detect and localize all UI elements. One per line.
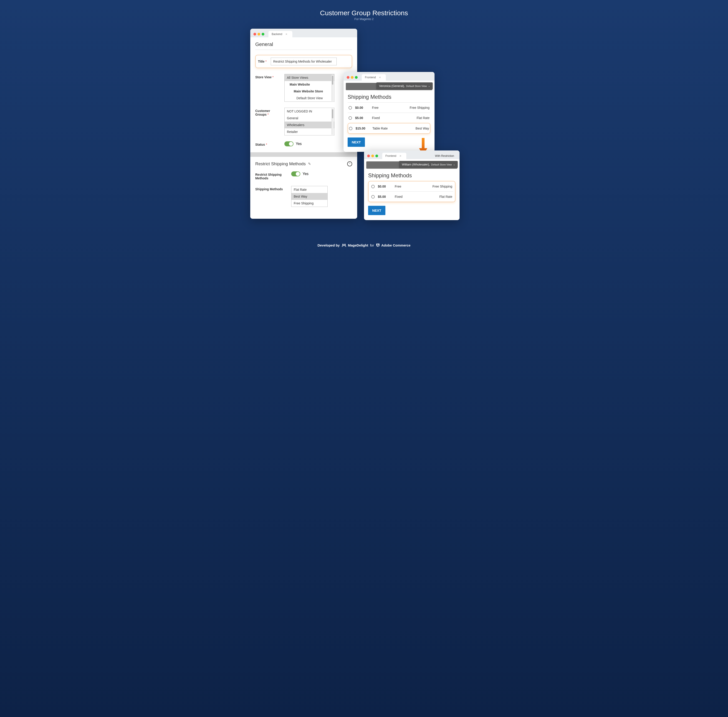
list-item[interactable]: Retailer	[285, 128, 334, 135]
shipping-methods-listbox[interactable]: Flat Rate Best Way Free Shipping	[291, 186, 327, 207]
context-bar: Veronica (General), Default Store View ⌄	[346, 83, 432, 90]
list-item[interactable]: Flat Rate	[291, 186, 327, 193]
carrier: Flat Rate	[439, 195, 452, 198]
price: $15.00	[356, 127, 369, 130]
section-divider	[250, 152, 357, 157]
store-view-listbox[interactable]: All Store Views Main Website Main Websit…	[284, 74, 334, 102]
shipping-method-row[interactable]: $0.00 Free Free Shipping	[370, 182, 453, 191]
store-name: Default Store View	[431, 163, 452, 166]
scrollbar[interactable]	[332, 108, 334, 135]
radio-icon[interactable]	[349, 127, 352, 130]
restriction-label: With Restriction	[435, 154, 456, 157]
carrier: Free Shipping	[433, 185, 452, 188]
list-item[interactable]: Default Store View	[285, 95, 334, 102]
list-item[interactable]: Best Way	[291, 193, 327, 200]
list-item[interactable]: Main Website Store	[285, 88, 334, 95]
list-item[interactable]: General	[285, 115, 334, 122]
tab-label: Frontend	[365, 76, 376, 79]
scrollbar[interactable]	[332, 75, 334, 101]
shipping-method-row[interactable]: $5.00 Fixed Flat Rate	[370, 191, 453, 202]
title-label: Title	[258, 59, 265, 63]
required-icon: *	[272, 75, 273, 79]
tab-close-icon[interactable]: ×	[379, 76, 381, 79]
restrict-toggle-label: Restrict Shipping Methods	[255, 173, 282, 180]
magedelight-logo: MageDelight	[341, 243, 368, 248]
shipping-methods-label: Shipping Methods	[255, 187, 283, 191]
developed-by: Developed by	[318, 243, 340, 247]
price: $5.00	[355, 116, 369, 120]
maximize-icon[interactable]	[355, 76, 358, 79]
price: $0.00	[378, 185, 391, 188]
tab-close-icon[interactable]: ×	[399, 154, 401, 158]
carrier: Flat Rate	[417, 116, 429, 120]
minimize-icon[interactable]	[351, 76, 353, 79]
user-context-pill[interactable]: Veronica (General), Default Store View ⌄	[376, 82, 433, 90]
tab-label: Frontend	[385, 154, 396, 157]
status-value: Yes	[296, 142, 302, 146]
user-context-pill[interactable]: William (Wholesaler), Default Store View…	[399, 161, 458, 168]
shipping-method-row[interactable]: $5.00 Fixed Flat Rate	[347, 113, 430, 123]
shipping-methods-heading: Shipping Methods	[368, 172, 455, 178]
edit-icon[interactable]: ✎	[308, 162, 311, 166]
list-item[interactable]: Free Shipping	[291, 200, 327, 207]
page-subtitle: For Magento 2	[5, 17, 723, 21]
store-view-label: Store View	[255, 75, 271, 79]
page-title: Customer Group Restrictions	[5, 9, 723, 17]
for-text: for	[370, 243, 374, 247]
list-item[interactable]: Main Website	[285, 81, 334, 88]
footer: Developed by MageDelight for Adobe Comme…	[5, 243, 723, 248]
price: $0.00	[355, 106, 369, 110]
customer-groups-listbox[interactable]: NOT LOGGED IN General Wholesalers Retail…	[284, 108, 334, 136]
radio-icon[interactable]	[371, 185, 375, 188]
carrier: Best Way	[416, 127, 429, 130]
shipping-method-row[interactable]: $0.00 Free Free Shipping	[347, 102, 430, 113]
user-name: Veronica (General),	[379, 84, 405, 88]
browser-tab[interactable]: Frontend ×	[382, 153, 406, 159]
minimize-icon[interactable]	[257, 33, 260, 35]
highlighted-method: $15.00 Table Rate Best Way	[347, 123, 430, 134]
chevron-down-icon: ⌄	[453, 163, 455, 166]
type: Fixed	[395, 195, 415, 198]
price: $5.00	[378, 195, 391, 198]
browser-tab[interactable]: Frontend ×	[362, 74, 386, 81]
browser-tab[interactable]: Backend ×	[268, 31, 292, 37]
chevron-down-icon: ⌄	[428, 85, 430, 87]
status-label: Status	[255, 143, 265, 146]
required-icon: *	[266, 143, 267, 146]
maximize-icon[interactable]	[375, 154, 378, 157]
type: Free	[395, 185, 415, 188]
type: Free	[372, 106, 393, 110]
list-item[interactable]: Wholesalers	[285, 122, 334, 128]
collapse-icon[interactable]: ⌃	[347, 162, 352, 166]
context-bar: William (Wholesaler), Default Store View…	[366, 162, 457, 169]
minimize-icon[interactable]	[371, 154, 374, 157]
radio-icon[interactable]	[349, 106, 352, 110]
next-button[interactable]: NEXT	[368, 206, 385, 215]
required-icon: *	[265, 59, 267, 63]
maximize-icon[interactable]	[262, 33, 264, 35]
next-button[interactable]: NEXT	[347, 137, 365, 147]
close-icon[interactable]	[367, 154, 370, 157]
required-icon: *	[268, 113, 269, 116]
adobe-commerce-logo: Adobe Commerce	[376, 243, 410, 247]
radio-icon[interactable]	[371, 195, 375, 198]
list-item[interactable]: NOT LOGGED IN	[285, 108, 334, 115]
shipping-method-row[interactable]: $15.00 Table Rate Best Way	[348, 124, 430, 133]
type: Table Rate	[372, 127, 393, 130]
carrier: Free Shipping	[410, 106, 429, 110]
radio-icon[interactable]	[349, 116, 352, 120]
title-input[interactable]	[271, 58, 337, 65]
restrict-toggle[interactable]	[291, 171, 300, 176]
section-heading-restrict: Restrict Shipping Methods	[255, 162, 306, 166]
status-toggle[interactable]	[284, 141, 294, 146]
window-chrome: Frontend ×	[344, 72, 434, 81]
tab-label: Backend	[272, 32, 282, 36]
tab-close-icon[interactable]: ×	[285, 32, 287, 36]
window-chrome: Backend ×	[250, 29, 357, 37]
close-icon[interactable]	[253, 33, 256, 35]
backend-panel: Backend × General Title* Store View* All…	[250, 29, 357, 219]
window-chrome: Frontend × With Restriction	[364, 151, 460, 159]
list-item[interactable]: All Store Views	[285, 74, 334, 81]
close-icon[interactable]	[347, 76, 349, 79]
restrict-toggle-value: Yes	[303, 172, 309, 176]
